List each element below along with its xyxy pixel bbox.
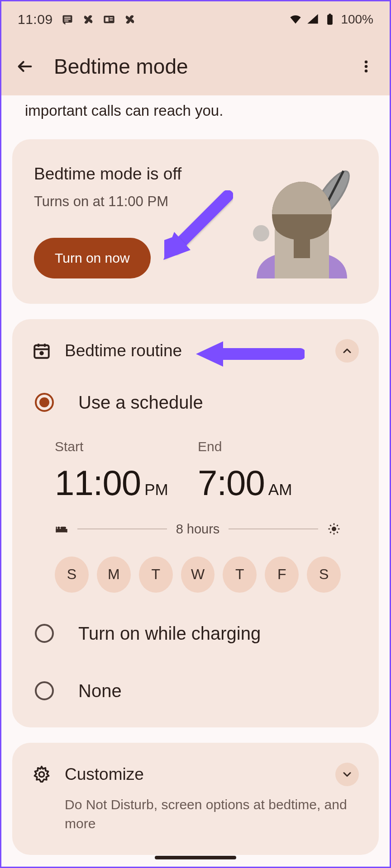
- option-use-schedule[interactable]: Use a schedule: [32, 386, 359, 419]
- routine-card: Bedtime routine Use a schedule Start 11:…: [12, 319, 379, 727]
- signal-icon: [306, 13, 319, 26]
- option-charging-label: Turn on while charging: [78, 623, 261, 644]
- message-icon: [61, 13, 74, 26]
- svg-rect-3: [64, 20, 68, 21]
- start-time: 11:00: [55, 462, 141, 504]
- wifi-icon: [289, 13, 302, 26]
- svg-point-10: [365, 61, 368, 64]
- bedtime-illustration: [243, 161, 361, 278]
- page-title: Bedtime mode: [54, 54, 337, 79]
- svg-rect-8: [328, 15, 333, 25]
- svg-line-34: [330, 525, 331, 526]
- pinwheel-icon-2: [124, 13, 136, 26]
- svg-rect-4: [104, 16, 114, 23]
- svg-rect-6: [110, 17, 113, 18]
- svg-rect-7: [110, 19, 113, 20]
- customize-header: Customize: [32, 763, 359, 786]
- svg-point-38: [39, 772, 44, 777]
- customize-subtitle: Do Not Disturb, screen options at bedtim…: [65, 795, 359, 833]
- gear-icon: [32, 765, 51, 784]
- day-tue[interactable]: T: [139, 557, 173, 593]
- svg-point-29: [332, 527, 336, 531]
- battery-text: 100%: [341, 12, 373, 27]
- battery-icon: [324, 13, 336, 26]
- pinwheel-icon: [82, 13, 95, 26]
- svg-line-37: [330, 532, 331, 533]
- svg-rect-28: [61, 527, 67, 529]
- svg-rect-18: [294, 231, 310, 258]
- day-thu[interactable]: T: [223, 557, 257, 593]
- svg-rect-26: [66, 529, 67, 533]
- content-area: important calls can reach you. Bedtime m…: [1, 95, 390, 855]
- time-picker-row: Start 11:00 PM End 7:00 AM: [32, 439, 359, 504]
- end-time: 7:00: [198, 462, 265, 504]
- routine-header[interactable]: Bedtime routine: [32, 339, 359, 363]
- status-bar: 11:09 100%: [1, 1, 390, 38]
- start-label: Start: [55, 439, 198, 454]
- status-time: 11:09: [18, 12, 53, 27]
- option-none-label: None: [78, 681, 122, 701]
- day-mon[interactable]: M: [97, 557, 131, 593]
- bed-icon: [55, 522, 68, 536]
- expand-button[interactable]: [335, 763, 359, 786]
- duration-text: 8 hours: [176, 522, 220, 537]
- option-schedule-label: Use a schedule: [78, 392, 203, 413]
- radio-selected[interactable]: [35, 393, 54, 412]
- svg-rect-5: [105, 17, 108, 21]
- sun-icon: [327, 522, 341, 536]
- day-wed[interactable]: W: [181, 557, 215, 593]
- svg-line-35: [337, 532, 338, 533]
- svg-rect-9: [329, 14, 331, 15]
- back-button[interactable]: [14, 56, 36, 77]
- more-vert-icon: [358, 59, 374, 74]
- arrow-left-icon: [16, 57, 34, 75]
- chevron-down-icon: [341, 768, 353, 781]
- start-time-column[interactable]: Start 11:00 PM: [55, 439, 198, 504]
- news-icon: [103, 13, 115, 26]
- routine-title: Bedtime routine: [65, 341, 322, 360]
- radio-unselected[interactable]: [35, 681, 54, 700]
- navigation-bar-handle[interactable]: [155, 856, 236, 859]
- end-label: End: [198, 439, 341, 454]
- svg-rect-1: [64, 17, 71, 18]
- start-ampm: PM: [144, 481, 168, 499]
- svg-point-11: [365, 65, 368, 68]
- more-menu-button[interactable]: [355, 56, 377, 77]
- day-sat[interactable]: S: [307, 557, 341, 593]
- collapse-button[interactable]: [335, 339, 359, 363]
- turn-on-button[interactable]: Turn on now: [34, 238, 151, 278]
- day-fri[interactable]: F: [265, 557, 299, 593]
- status-card: Bedtime mode is off Turns on at 11:00 PM…: [12, 139, 379, 304]
- calendar-icon: [32, 341, 51, 360]
- svg-rect-24: [56, 529, 67, 533]
- status-left: 11:09: [18, 12, 136, 27]
- end-time-column[interactable]: End 7:00 AM: [198, 439, 341, 504]
- customize-title: Customize: [65, 765, 322, 784]
- svg-rect-25: [56, 527, 57, 533]
- svg-point-23: [40, 352, 43, 354]
- svg-line-36: [337, 525, 338, 526]
- svg-point-12: [365, 70, 368, 73]
- duration-row: 8 hours: [32, 522, 359, 537]
- end-ampm: AM: [268, 481, 292, 499]
- option-while-charging[interactable]: Turn on while charging: [32, 617, 359, 650]
- option-none[interactable]: None: [32, 675, 359, 708]
- days-of-week-row: S M T W T F S: [32, 557, 359, 593]
- intro-text: important calls can reach you.: [12, 95, 379, 139]
- turn-on-button-label: Turn on now: [55, 250, 130, 265]
- radio-unselected[interactable]: [35, 624, 54, 643]
- svg-rect-2: [64, 19, 71, 19]
- app-bar: Bedtime mode: [1, 38, 390, 95]
- svg-point-27: [57, 527, 60, 529]
- day-sun[interactable]: S: [55, 557, 89, 593]
- svg-point-16: [253, 225, 269, 241]
- customize-card[interactable]: Customize Do Not Disturb, screen options…: [12, 743, 379, 855]
- chevron-up-icon: [341, 344, 353, 357]
- status-right: 100%: [289, 12, 373, 27]
